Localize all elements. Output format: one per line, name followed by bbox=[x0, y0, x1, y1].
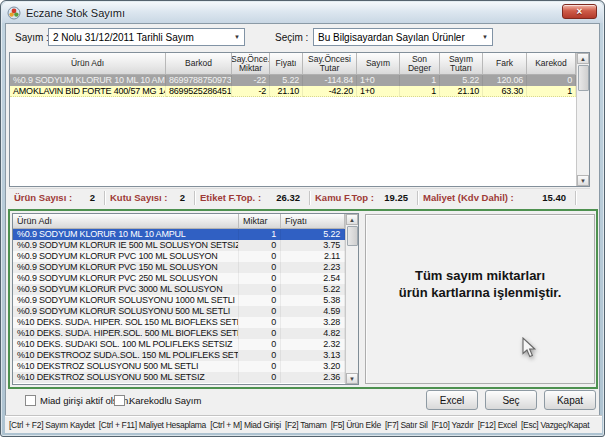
totals-segment: Etiket F.Top. :26.32 bbox=[195, 191, 310, 205]
scroll-down-icon[interactable]: ▼ bbox=[577, 175, 589, 186]
column-header[interactable]: Fark bbox=[483, 53, 527, 75]
titlebar[interactable]: Eczane Stok Sayımı × bbox=[2, 2, 603, 23]
chevron-down-icon[interactable]: ▼ bbox=[230, 34, 244, 40]
list-cell: %0.9 SODYUM KLORUR PVC 150 ML SOLUSYON bbox=[13, 262, 239, 273]
list-item[interactable]: %10 DEKSTROZ SOLUSYONU 500 ML SETLI03.20 bbox=[13, 361, 345, 372]
message-panel: Tüm sayım miktarları ürün kartlarına işl… bbox=[365, 214, 595, 384]
table-cell: 8699525286451 bbox=[166, 86, 232, 97]
table-cell: AMOKLAVIN BID FORTE 400/57 MG 140 ML bbox=[10, 86, 166, 97]
close-button[interactable]: × bbox=[562, 4, 597, 19]
list-cell: 3.20 bbox=[281, 361, 345, 372]
column-header[interactable]: Barkod bbox=[166, 53, 232, 75]
scroll-thumb[interactable] bbox=[347, 226, 358, 246]
list-cell: 3.13 bbox=[281, 350, 345, 361]
list-cell: 4.82 bbox=[281, 328, 345, 339]
table-cell: -42.20 bbox=[303, 86, 357, 97]
list-item[interactable]: %0.9 SODYUM KLORUR PVC 250 ML SOLUSYON02… bbox=[13, 273, 345, 284]
list-cell: %0.9 SODYUM KLORUR SOLUSYONU 1000 ML SET… bbox=[13, 295, 239, 306]
list-cell: 5.22 bbox=[281, 229, 345, 240]
product-list-header: Ürün AdıMiktarFiyatı bbox=[13, 214, 345, 229]
list-cell: %0.9 SODYUM KLORUR IE 500 ML SOLUSYON SE… bbox=[13, 240, 239, 251]
column-header[interactable]: Ürün Adı bbox=[10, 53, 166, 75]
list-cell: 5.38 bbox=[281, 295, 345, 306]
scroll-down-icon[interactable]: ▼ bbox=[346, 373, 358, 384]
list-item[interactable]: %0.9 SODYUM KLORUR PVC 100 ML SOLUSYON02… bbox=[13, 251, 345, 262]
list-cell: %10 DEKSTROOZ SUDA.SOL. 150 ML POLIFLEKS… bbox=[13, 350, 239, 361]
sec-button[interactable]: Seç bbox=[485, 390, 537, 410]
list-cell: %10 DEKSTROZ SOLUSYONU 500 ML SETSIZ bbox=[13, 372, 239, 383]
mouse-cursor-icon bbox=[521, 337, 538, 363]
table-row[interactable]: AMOKLAVIN BID FORTE 400/57 MG 140 ML8699… bbox=[10, 86, 576, 97]
secim-select[interactable]: Bu Bilgisayardan Sayılan Ürünler ▼ bbox=[313, 28, 493, 46]
totals-value: 15.40 bbox=[536, 192, 566, 203]
list-cell: %0.9 SODYUM KLORUR 10 ML 10 AMPUL bbox=[13, 229, 239, 240]
list-item[interactable]: %10 DEKS. SUDA. HIPER. SOL 150 ML BIOFLE… bbox=[13, 317, 345, 328]
totals-value: 26.32 bbox=[270, 192, 300, 203]
list-item[interactable]: %0.9 SODYUM KLORUR IE 500 ML SOLUSYON SE… bbox=[13, 240, 345, 251]
kapat-button[interactable]: Kapat bbox=[544, 390, 596, 410]
list-cell: 2.36 bbox=[281, 372, 345, 383]
list-cell: 0 bbox=[239, 273, 281, 284]
scroll-up-icon[interactable]: ▲ bbox=[346, 214, 358, 225]
product-list: Ürün AdıMiktarFiyatı %0.9 SODYUM KLORUR … bbox=[12, 213, 359, 385]
column-header[interactable]: Say.Önce. Miktar bbox=[232, 53, 270, 75]
scroll-thumb[interactable] bbox=[578, 65, 589, 91]
list-item[interactable]: %0.9 SODYUM KLORUR 10 ML 10 AMPUL15.22 bbox=[13, 229, 345, 240]
column-header[interactable]: Sayım Tutarı bbox=[440, 53, 483, 75]
list-item[interactable]: %10 DEKS. SUDAKI SOL. 100 ML POLIFLEKS S… bbox=[13, 339, 345, 350]
list-item[interactable]: %10 DEKSTROZ SOLUSYONU 500 ML SETSIZ02.3… bbox=[13, 372, 345, 383]
table-cell: 5.22 bbox=[440, 75, 483, 86]
info-message-line2: ürün kartlarına işlenmiştir. bbox=[366, 284, 594, 301]
totals-value: 2 bbox=[84, 192, 95, 203]
list-cell: 0 bbox=[239, 306, 281, 317]
list-item[interactable]: %0.9 SODYUM KLORUR SOLUSYONU 1000 ML SET… bbox=[13, 295, 345, 306]
totals-label: Maliyet (Kdv Dahil) : bbox=[423, 192, 514, 203]
column-header[interactable]: Ürün Adı bbox=[13, 214, 239, 229]
table-cell: 1 bbox=[400, 75, 440, 86]
table-cell: 120.06 bbox=[483, 75, 527, 86]
info-message-line1: Tüm sayım miktarları bbox=[366, 267, 594, 284]
karekod-checkbox[interactable] bbox=[114, 395, 125, 406]
list-cell: 5.22 bbox=[281, 284, 345, 295]
column-header[interactable]: Fiyatı bbox=[281, 214, 345, 229]
list-cell: %10 DEKS. SUDAKI SOL. 100 ML POLIFLEKS S… bbox=[13, 339, 239, 350]
list-cell: %0.9 SODYUM KLORUR SOLUSYONU 500 ML SETL… bbox=[13, 306, 239, 317]
list-cell: %10 DEKS. SUDA. HIPER. SOL 150 ML BIOFLE… bbox=[13, 317, 239, 328]
table-cell: 8699788750973 bbox=[166, 75, 232, 86]
list-cell: 0 bbox=[239, 350, 281, 361]
list-cell: %0.9 SODYUM KLORUR PVC 100 ML SOLUSYON bbox=[13, 251, 239, 262]
karekod-checkbox-label: Karekodlu Sayım bbox=[129, 395, 201, 406]
list-item[interactable]: %10 DEKSTROOZ SUDA.SOL. 150 ML POLIFLEKS… bbox=[13, 350, 345, 361]
list-cell: 2.32 bbox=[281, 339, 345, 350]
table-cell: -114.84 bbox=[303, 75, 357, 86]
count-results-header: Ürün AdıBarkodSay.Önce. MiktarFiyatıSay.… bbox=[10, 53, 576, 75]
chevron-down-icon[interactable]: ▼ bbox=[478, 34, 492, 40]
totals-label: Etiket F.Top. : bbox=[200, 192, 261, 203]
totals-value: 2 bbox=[174, 192, 185, 203]
list-item[interactable]: %0.9 SODYUM KLORUR SOLUSYONU 500 ML SETL… bbox=[13, 306, 345, 317]
product-list-body: %0.9 SODYUM KLORUR 10 ML 10 AMPUL15.22%0… bbox=[13, 229, 345, 383]
action-buttons: ExcelSeçKapat bbox=[426, 390, 596, 410]
list-cell: 0 bbox=[239, 372, 281, 383]
excel-button[interactable]: Excel bbox=[426, 390, 478, 410]
list-item[interactable]: %0.9 SODYUM KLORUR PVC 3000 ML SOLUSYON0… bbox=[13, 284, 345, 295]
table-cell: 1 bbox=[400, 86, 440, 97]
table-cell: -22 bbox=[232, 75, 270, 86]
table-scrollbar[interactable]: ▲ ▼ bbox=[576, 53, 589, 186]
column-header[interactable]: Miktar bbox=[239, 214, 281, 229]
column-header[interactable]: Karekod bbox=[527, 53, 576, 75]
miad-checkbox[interactable] bbox=[25, 395, 36, 406]
sayim-select[interactable]: 2 Nolu 31/12/2011 Tarihli Sayım ▼ bbox=[48, 28, 245, 46]
scroll-up-icon[interactable]: ▲ bbox=[577, 53, 589, 64]
list-item[interactable]: %0.9 SODYUM KLORUR PVC 150 ML SOLUSYON02… bbox=[13, 262, 345, 273]
table-cell: 1+0 bbox=[357, 86, 400, 97]
list-cell: 1 bbox=[239, 229, 281, 240]
table-row[interactable]: %0.9 SODYUM KLORUR 10 ML 10 AMPUL8699788… bbox=[10, 75, 576, 86]
column-header[interactable]: Fiyatı bbox=[270, 53, 303, 75]
column-header[interactable]: Sayım bbox=[357, 53, 400, 75]
column-header[interactable]: Say.Öncesi Tutar bbox=[303, 53, 357, 75]
column-header[interactable]: Son Deger bbox=[400, 53, 440, 75]
list-scrollbar[interactable]: ▲ ▼ bbox=[345, 214, 358, 384]
sayim-selected-value: 2 Nolu 31/12/2011 Tarihli Sayım bbox=[49, 32, 230, 43]
list-item[interactable]: %10 DEKS. SUDA. HIPER.SOL. 500 ML BIOFLE… bbox=[13, 328, 345, 339]
